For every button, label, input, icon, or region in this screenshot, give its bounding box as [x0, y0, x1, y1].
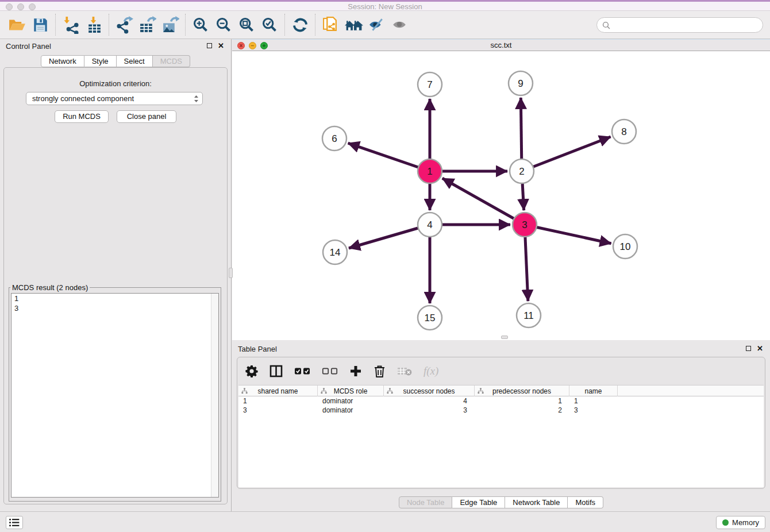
graph-node-2[interactable]: 2 — [510, 159, 534, 183]
graph-node-label: 4 — [427, 219, 432, 230]
tab-style[interactable]: Style — [84, 55, 117, 67]
import-network-icon[interactable] — [59, 13, 82, 36]
table-row[interactable]: 1 dominator 4 1 1 — [238, 396, 764, 406]
scrollbar-track[interactable] — [211, 294, 218, 497]
table-row[interactable]: 3 dominator 3 2 3 — [238, 406, 764, 415]
zoom-fit-icon[interactable] — [235, 13, 258, 36]
graph-node-4[interactable]: 4 — [418, 213, 442, 237]
graph-node-9[interactable]: 9 — [509, 71, 533, 95]
tab-edge-table[interactable]: Edge Table — [452, 496, 505, 508]
result-line: 3 — [11, 303, 218, 313]
graph-edge-2-8[interactable] — [522, 137, 611, 171]
close-panel-button[interactable]: Close panel — [117, 110, 176, 123]
delete-column-icon[interactable] — [374, 363, 386, 380]
network-canvas[interactable]: 7968124314101511 — [232, 51, 770, 340]
close-panel-icon[interactable]: ✕ — [218, 43, 224, 49]
network-window-titlebar[interactable]: × − + scc.txt — [232, 39, 770, 51]
graph-node-label: 7 — [427, 79, 432, 90]
network-window-title: scc.txt — [232, 41, 770, 49]
zoom-in-icon[interactable] — [189, 13, 212, 36]
toolbar-separator — [185, 14, 186, 36]
table-header-row: shared name MCDS role successor nodes pr… — [238, 385, 764, 396]
table-panel-header: Table Panel ✕ — [232, 342, 770, 356]
mcds-result-box: MCDS result (2 nodes) 1 3 — [9, 283, 221, 502]
hierarchy-icon — [321, 388, 327, 394]
graph-node-3[interactable]: 3 — [513, 213, 537, 237]
horizontal-splitter-handle[interactable] — [501, 336, 508, 339]
status-bar: Memory — [0, 511, 770, 532]
tab-node-table[interactable]: Node Table — [399, 496, 453, 508]
memory-button[interactable]: Memory — [716, 516, 765, 529]
graph-node-label: 3 — [522, 219, 527, 230]
tab-select[interactable]: Select — [117, 55, 153, 67]
eye-visible-icon[interactable] — [388, 13, 411, 36]
search-input[interactable] — [613, 21, 763, 29]
settings-gear-icon[interactable] — [245, 363, 258, 380]
table-toolbar: f(x) — [245, 360, 438, 382]
hierarchy-icon — [241, 388, 248, 394]
column-label: name — [584, 387, 602, 395]
function-builder-icon[interactable]: f(x) — [424, 363, 438, 380]
table-panel: Table Panel ✕ — [232, 342, 770, 511]
open-session-icon[interactable] — [6, 13, 29, 36]
node-table: shared name MCDS role successor nodes pr… — [238, 385, 764, 487]
export-network-icon[interactable] — [113, 13, 136, 36]
task-history-button[interactable] — [6, 516, 23, 529]
select-all-icon[interactable] — [294, 363, 310, 380]
toolbar-separator — [109, 14, 109, 36]
graph-node-11[interactable]: 11 — [517, 303, 541, 327]
hierarchy-icon — [478, 388, 484, 394]
column-header-predecessor-nodes[interactable]: predecessor nodes — [475, 385, 569, 396]
add-column-icon[interactable] — [349, 363, 362, 380]
document-network-share-icon[interactable] — [319, 13, 342, 36]
tab-motifs[interactable]: Motifs — [568, 496, 603, 508]
graph-node-14[interactable]: 14 — [323, 240, 347, 264]
close-panel-icon[interactable]: ✕ — [757, 345, 763, 352]
run-mcds-button[interactable]: Run MCDS — [55, 110, 109, 123]
graph-node-10[interactable]: 10 — [613, 234, 637, 259]
export-table-icon[interactable] — [136, 13, 159, 36]
graph-node-label: 11 — [523, 310, 534, 321]
criterion-dropdown-value: strongly connected component — [32, 94, 194, 103]
mcds-result-textarea[interactable]: 1 3 — [11, 293, 219, 498]
graph-edge-3-10[interactable] — [525, 225, 611, 244]
home-icon[interactable] — [342, 13, 365, 36]
cell-name: 1 — [569, 396, 618, 406]
graph-edge-1-6[interactable] — [348, 143, 430, 171]
zoom-selected-icon[interactable] — [258, 13, 281, 36]
graph-node-label: 9 — [518, 78, 523, 89]
graph-node-8[interactable]: 8 — [612, 119, 636, 144]
graph-node-7[interactable]: 7 — [418, 72, 442, 97]
column-label: predecessor nodes — [492, 387, 551, 395]
graph-node-15[interactable]: 15 — [418, 306, 442, 330]
list-icon — [9, 518, 20, 527]
criterion-dropdown[interactable]: strongly connected component — [26, 92, 203, 105]
refresh-view-icon[interactable] — [288, 13, 311, 36]
tab-network[interactable]: Network — [41, 55, 84, 67]
column-header-name[interactable]: name — [569, 385, 618, 396]
column-layout-icon[interactable] — [270, 363, 283, 380]
float-panel-icon[interactable] — [207, 43, 212, 48]
deselect-all-icon[interactable] — [322, 363, 338, 380]
float-panel-icon[interactable] — [746, 346, 751, 351]
graph-node-6[interactable]: 6 — [322, 126, 346, 151]
tab-mcds[interactable]: MCDS — [153, 55, 190, 67]
delete-table-icon[interactable] — [397, 363, 412, 380]
save-session-icon[interactable] — [29, 13, 52, 36]
column-header-shared-name[interactable]: shared name — [238, 385, 318, 396]
tab-network-table[interactable]: Network Table — [505, 496, 568, 508]
graph-node-label: 6 — [332, 133, 337, 144]
eye-hidden-icon[interactable] — [365, 13, 388, 36]
export-image-icon[interactable] — [159, 13, 182, 36]
zoom-out-icon[interactable] — [212, 13, 235, 36]
column-header-mcds-role[interactable]: MCDS role — [318, 385, 384, 396]
hierarchy-icon — [387, 388, 393, 394]
import-table-icon[interactable] — [82, 13, 105, 36]
vertical-splitter-handle[interactable] — [229, 268, 233, 278]
toolbar-separator — [315, 14, 315, 36]
graph-node-1[interactable]: 1 — [418, 159, 442, 183]
search-field[interactable] — [596, 17, 763, 33]
graph-edge-3-1[interactable] — [442, 178, 525, 225]
toolbar-separator — [55, 14, 56, 36]
column-header-successor-nodes[interactable]: successor nodes — [384, 385, 475, 396]
